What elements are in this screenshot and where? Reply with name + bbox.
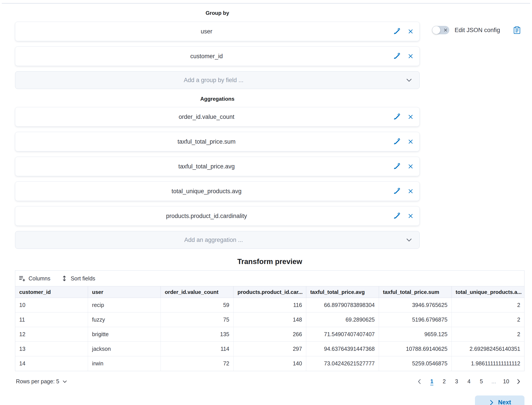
next-chevron-icon — [488, 399, 495, 405]
pagination-page-10[interactable]: 10 — [501, 377, 511, 386]
edit-pencil-icon[interactable] — [391, 186, 402, 197]
top-divider — [2, 3, 530, 4]
column-header[interactable]: taxful_total_price.avg — [306, 286, 379, 298]
table-cell: 73.04242621527777 — [306, 356, 379, 371]
table-cell: irwin — [88, 356, 161, 371]
transform-preview-section: Transform preview Columns — [2, 257, 530, 387]
table-cell: jackson — [88, 342, 161, 356]
table-cell: 10788.69140625 — [379, 342, 452, 356]
pill-actions — [391, 51, 416, 62]
wizard-actions: Next — [2, 396, 530, 405]
json-config-column: Edit JSON config — [420, 10, 525, 249]
remove-cross-icon[interactable] — [405, 186, 416, 196]
column-header[interactable]: total_unique_products.a... — [452, 286, 524, 298]
column-header[interactable]: user — [88, 286, 161, 298]
pagination-page-5[interactable]: 5 — [476, 377, 486, 386]
pagination-prev-button[interactable] — [414, 377, 425, 387]
edit-json-config-row: Edit JSON config — [432, 24, 525, 36]
grid-footer: Rows per page: 5 12345...10 — [15, 377, 525, 387]
edit-pencil-icon[interactable] — [391, 51, 402, 62]
grid-toolbar: Columns Sort fields — [15, 271, 524, 286]
column-header[interactable]: taxful_total_price.sum — [379, 286, 452, 298]
edit-pencil-icon[interactable] — [391, 111, 402, 122]
add-aggregation-select[interactable]: Add an aggregation ... — [15, 231, 420, 249]
pill-actions — [391, 210, 416, 222]
config-column: Group by user custome — [15, 10, 420, 249]
edit-pencil-icon[interactable] — [391, 161, 402, 172]
rows-per-page-selector[interactable]: Rows per page: 5 — [16, 378, 68, 385]
table-cell: 59 — [161, 298, 234, 312]
add-group-by-field-select[interactable]: Add a group by field ... — [15, 71, 420, 89]
transform-preview-title: Transform preview — [15, 257, 525, 266]
group-by-label: Group by — [15, 10, 420, 16]
chevron-down-icon — [405, 76, 413, 84]
aggregation-item: taxful_total_price.sum — [15, 132, 420, 151]
table-cell: 71.54907407407407 — [306, 327, 379, 342]
preview-table: customer_iduserorder_id.value_countprodu… — [15, 286, 524, 371]
edit-pencil-icon[interactable] — [391, 26, 402, 37]
table-cell: 266 — [234, 327, 306, 342]
table-row: 14irwin7214073.042426215277775259.054687… — [15, 356, 524, 371]
next-button[interactable]: Next — [475, 396, 525, 405]
table-cell: 2 — [452, 298, 524, 312]
columns-button[interactable]: Columns — [19, 275, 50, 282]
columns-icon — [19, 275, 26, 282]
aggregation-item: total_unique_products.avg — [15, 182, 420, 201]
next-button-label: Next — [498, 399, 511, 405]
table-cell: 2 — [452, 312, 524, 327]
edit-json-config-toggle[interactable] — [432, 26, 449, 34]
column-header[interactable]: order_id.value_count — [161, 286, 234, 298]
pagination-page-3[interactable]: 3 — [452, 377, 462, 386]
pagination-pages: 12345...10 — [427, 377, 511, 386]
pagination-ellipsis: ... — [489, 377, 499, 386]
pagination-next-button[interactable] — [513, 377, 524, 387]
copy-clipboard-icon[interactable] — [511, 24, 523, 36]
pagination-page-1[interactable]: 1 — [427, 377, 437, 386]
pill-actions — [391, 136, 416, 147]
sort-fields-button[interactable]: Sort fields — [61, 275, 95, 282]
sort-fields-icon — [61, 275, 68, 282]
remove-cross-icon[interactable] — [405, 51, 416, 61]
table-cell: 10 — [15, 298, 88, 312]
table-cell: 69.2890625 — [306, 312, 379, 327]
pill-actions — [391, 26, 416, 37]
table-cell: 135 — [161, 327, 234, 342]
table-cell: recip — [88, 298, 161, 312]
table-cell: brigitte — [88, 327, 161, 342]
pill-actions — [391, 111, 416, 122]
pill-actions — [391, 161, 416, 172]
table-row: 13jackson11429794.6376439144736810788.69… — [15, 342, 524, 356]
table-cell: 116 — [234, 298, 306, 312]
table-cell: 13 — [15, 342, 88, 356]
edit-pencil-icon[interactable] — [391, 136, 402, 147]
group-by-item: customer_id — [15, 47, 420, 66]
pill-actions — [391, 186, 416, 197]
table-cell: 75 — [161, 312, 234, 327]
pagination-page-4[interactable]: 4 — [464, 377, 474, 386]
aggregation-item-label: order_id.value_count — [22, 114, 391, 120]
table-cell: 3946.9765625 — [379, 298, 452, 312]
pagination-page-2[interactable]: 2 — [439, 377, 449, 386]
group-by-item-label: customer_id — [22, 53, 391, 60]
column-header[interactable]: products.product_id.car... — [234, 286, 306, 298]
table-cell: 94.63764391447368 — [306, 342, 379, 356]
remove-cross-icon[interactable] — [405, 112, 416, 122]
rows-per-page-label: Rows per page: 5 — [16, 378, 59, 385]
edit-json-config-label: Edit JSON config — [455, 27, 500, 34]
table-cell: 66.89790783898304 — [306, 298, 379, 312]
preview-table-header-row: customer_iduserorder_id.value_countprodu… — [15, 286, 524, 298]
remove-cross-icon[interactable] — [405, 161, 416, 172]
columns-button-label: Columns — [28, 275, 50, 282]
aggregation-item: taxful_total_price.avg — [15, 157, 420, 176]
table-cell: 12 — [15, 327, 88, 342]
transform-wizard-page: Group by user custome — [0, 0, 532, 405]
remove-cross-icon[interactable] — [405, 211, 416, 221]
table-cell: 1.9861111111111112 — [452, 356, 524, 371]
aggregation-item: order_id.value_count — [15, 107, 420, 127]
table-row: 10recip5911666.897907838983043946.976562… — [15, 298, 524, 312]
column-header[interactable]: customer_id — [15, 286, 88, 298]
aggregation-item-label: products.product_id.cardinality — [22, 213, 391, 220]
remove-cross-icon[interactable] — [405, 136, 416, 147]
remove-cross-icon[interactable] — [405, 26, 416, 37]
edit-pencil-icon[interactable] — [391, 210, 402, 222]
